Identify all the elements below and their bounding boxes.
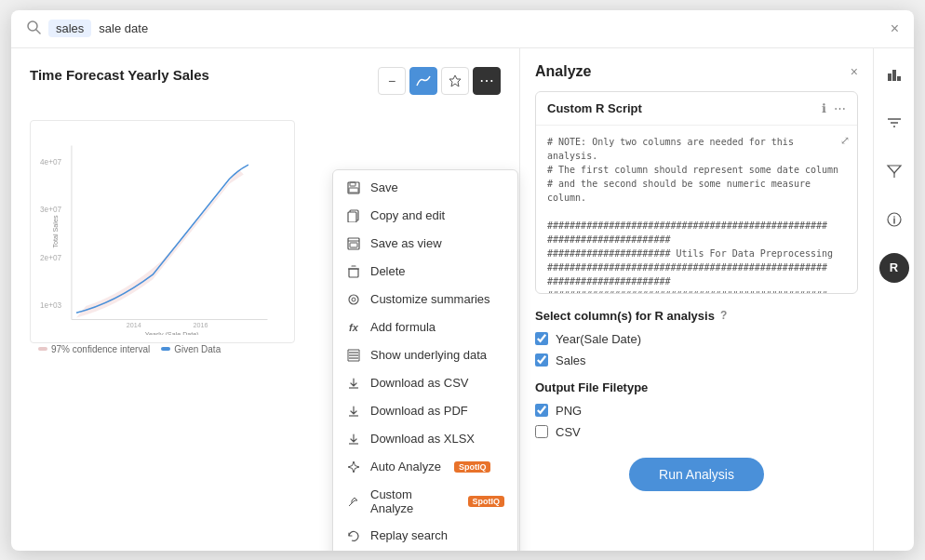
menu-download-pdf-label: Download as PDF: [370, 404, 468, 418]
sidebar-r-script-button[interactable]: R: [879, 253, 909, 283]
search-bar: sales sale date ×: [11, 10, 914, 48]
svg-rect-13: [350, 182, 355, 186]
checkbox-sales: Sales: [535, 353, 858, 367]
delete-icon: [346, 264, 361, 279]
svg-rect-14: [349, 188, 358, 193]
menu-item-auto-analyze[interactable]: Auto Analyze SpotIQ: [333, 453, 517, 481]
menu-replay-label: Replay search: [370, 528, 448, 542]
menu-add-formula-label: Add formula: [370, 320, 436, 334]
sidebar-info-button[interactable]: [879, 205, 909, 234]
custom-analyze-badge: SpotIQ: [468, 496, 505, 507]
checkbox-png-label: PNG: [556, 404, 582, 418]
menu-item-custom-analyze[interactable]: Custom Analyze SpotIQ: [333, 481, 517, 522]
script-content: ⤢ # NOTE: Only two columns are needed fo…: [536, 126, 857, 293]
svg-text:Yearly (Sale Date): Yearly (Sale Date): [145, 330, 199, 334]
search-icon: [26, 20, 41, 38]
analyze-close-button[interactable]: ×: [851, 64, 858, 79]
context-menu: Save Copy and edit: [332, 169, 518, 551]
svg-point-23: [349, 295, 358, 304]
script-header: Custom R Script ℹ ⋯: [536, 92, 857, 126]
menu-item-show-data[interactable]: Show underlying data: [333, 341, 517, 369]
checkbox-csv: CSV: [535, 425, 858, 439]
menu-item-replay[interactable]: Replay search: [333, 522, 517, 550]
run-analysis-button[interactable]: Run Analysis: [629, 458, 764, 491]
output-section: Output File Filetype PNG CSV: [535, 380, 858, 439]
menu-item-save[interactable]: Save: [333, 174, 517, 202]
menu-auto-analyze-label: Auto Analyze: [370, 460, 441, 473]
menu-customize-label: Customize summaries: [370, 292, 490, 306]
formula-icon: fx: [346, 320, 361, 335]
menu-delete-label: Delete: [370, 264, 406, 278]
menu-item-customize[interactable]: Customize summaries: [333, 286, 517, 313]
checkbox-png: PNG: [535, 404, 858, 418]
script-section: Custom R Script ℹ ⋯ ⤢ # NOTE: Only two c…: [535, 91, 858, 294]
svg-rect-16: [348, 212, 356, 222]
auto-analyze-badge: SpotIQ: [454, 461, 491, 473]
checkbox-year-input[interactable]: [535, 332, 548, 345]
menu-item-copy-edit[interactable]: Copy and edit: [333, 202, 517, 230]
svg-text:2014: 2014: [127, 321, 141, 328]
menu-show-data-label: Show underlying data: [370, 348, 487, 362]
search-tag-sales[interactable]: sales: [48, 20, 91, 37]
columns-label-text: Select column(s) for R analysis: [535, 309, 715, 323]
columns-help-icon[interactable]: ?: [720, 309, 727, 322]
main-content: Time Forecast Yearly Sales − ⋯: [11, 48, 914, 551]
legend-confidence: 97% confidence interval: [38, 344, 150, 354]
checkbox-csv-input[interactable]: [535, 425, 548, 438]
menu-save-view-label: Save as view: [370, 236, 442, 250]
svg-text:2e+07: 2e+07: [40, 253, 61, 261]
columns-section: Select column(s) for R analysis ? Year(S…: [535, 309, 858, 367]
sidebar-funnel-button[interactable]: [879, 156, 909, 186]
menu-item-download-csv[interactable]: Download as CSV: [333, 369, 517, 397]
menu-item-download-pdf[interactable]: Download as PDF: [333, 397, 517, 425]
menu-download-csv-label: Download as CSV: [370, 376, 469, 390]
script-title: Custom R Script: [547, 101, 642, 115]
chart-toolbar: − ⋯: [378, 67, 501, 95]
download-xlsx-icon: [346, 432, 361, 447]
legend-label-confidence: 97% confidence interval: [51, 344, 150, 354]
save-view-icon: [346, 236, 361, 251]
analyze-title: Analyze: [535, 63, 591, 80]
sidebar-filter-button[interactable]: [879, 108, 909, 138]
analyze-panel: Analyze × Custom R Script ℹ ⋯ ⤢ # NO: [519, 48, 873, 551]
menu-item-add-formula[interactable]: fx Add formula: [333, 313, 517, 341]
checkbox-sales-input[interactable]: [535, 353, 548, 367]
checkbox-year-label: Year(Sale Date): [556, 332, 641, 346]
menu-item-delete[interactable]: Delete: [333, 258, 517, 286]
svg-rect-31: [888, 73, 891, 81]
checkbox-png-input[interactable]: [535, 404, 548, 417]
chart-svg: 4e+07 3e+07 2e+07 1e+03 2014 2016: [38, 128, 287, 335]
legend-label-given-data: Given Data: [174, 344, 221, 354]
customize-icon: [346, 292, 361, 307]
download-csv-icon: [346, 376, 361, 391]
svg-point-40: [893, 216, 895, 218]
toolbar-more-button[interactable]: ⋯: [473, 67, 501, 95]
save-icon: [346, 180, 361, 195]
svg-text:1e+03: 1e+03: [40, 301, 61, 310]
svg-text:2016: 2016: [194, 321, 208, 328]
toolbar-pin-button[interactable]: [441, 67, 469, 95]
svg-text:4e+07: 4e+07: [40, 158, 61, 167]
search-tag-date[interactable]: sale date: [99, 21, 148, 35]
script-info-button[interactable]: ℹ: [822, 101, 826, 115]
chart-area: 4e+07 3e+07 2e+07 1e+03 2014 2016: [30, 120, 295, 343]
toolbar-minus-button[interactable]: −: [378, 67, 406, 95]
svg-rect-20: [349, 269, 358, 277]
svg-text:3e+07: 3e+07: [40, 206, 61, 214]
menu-item-save-view[interactable]: Save as view: [333, 230, 517, 258]
toolbar-line-button[interactable]: [409, 67, 437, 95]
output-label-text: Output File Filetype: [535, 380, 648, 394]
checkbox-csv-label: CSV: [556, 425, 581, 439]
replay-icon: [346, 528, 361, 543]
script-actions: ℹ ⋯: [822, 101, 846, 115]
script-expand-button[interactable]: ⤢: [840, 133, 850, 150]
checkbox-sales-label: Sales: [556, 353, 586, 367]
svg-line-1: [36, 30, 40, 33]
script-more-button[interactable]: ⋯: [834, 101, 846, 115]
chart-legend: 97% confidence interval Given Data: [38, 344, 287, 354]
svg-rect-33: [897, 76, 901, 81]
menu-item-download-xlsx[interactable]: Download as XLSX: [333, 425, 517, 453]
auto-analyze-icon: [346, 460, 361, 474]
sidebar-bar-chart-button[interactable]: [879, 60, 909, 89]
search-close-button[interactable]: ×: [891, 20, 899, 37]
